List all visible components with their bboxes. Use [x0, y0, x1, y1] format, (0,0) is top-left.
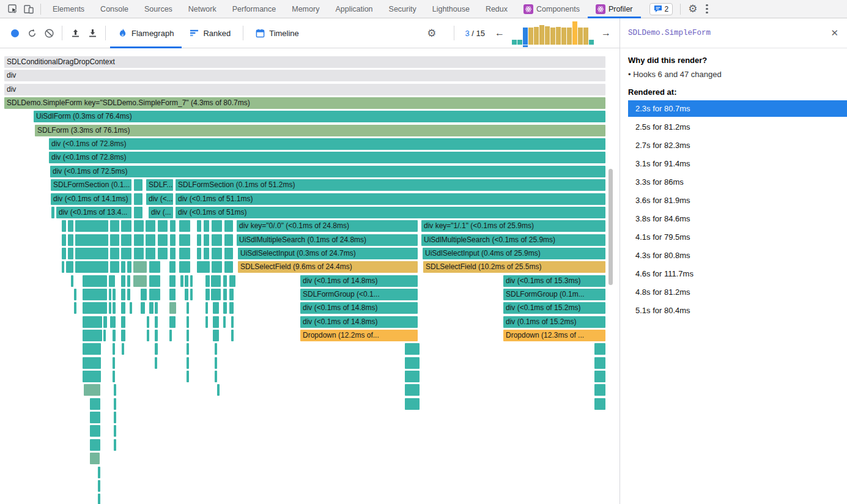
- flame-bar-sliver[interactable]: [187, 316, 189, 328]
- flame-bar-sliver[interactable]: [594, 398, 605, 410]
- commit-bar-2[interactable]: [517, 40, 522, 45]
- flame-bar-sliver[interactable]: [75, 220, 108, 232]
- view-tab-timeline[interactable]: Timeline: [248, 18, 307, 48]
- view-tab-ranked[interactable]: Ranked: [182, 18, 239, 48]
- flame-bar-sliver[interactable]: [205, 275, 210, 287]
- flame-bar-sliver[interactable]: [109, 275, 115, 287]
- flame-bar[interactable]: div (<0.1ms of 14.8ms): [300, 275, 418, 287]
- clear-profile-button[interactable]: [40, 24, 57, 42]
- flame-bar-sliver[interactable]: [83, 371, 101, 382]
- flame-bar-sliver[interactable]: [147, 330, 149, 341]
- flame-bar[interactable]: Dropdown (12.3ms of ...: [503, 330, 605, 341]
- flame-bar-sliver[interactable]: [141, 302, 145, 314]
- flame-bar-sliver[interactable]: [66, 261, 73, 273]
- flame-bar-sliver[interactable]: [213, 316, 219, 328]
- inspect-element-icon[interactable]: [5, 2, 21, 17]
- flame-bar-sliver[interactable]: [62, 261, 64, 273]
- flame-bar-sliver[interactable]: [83, 275, 107, 287]
- commit-selector-chart[interactable]: [512, 19, 594, 47]
- flame-bar-sliver[interactable]: [147, 316, 149, 328]
- flame-bar-sliver[interactable]: [405, 371, 420, 382]
- flame-bar-sliver[interactable]: [594, 343, 605, 355]
- commit-bar-3[interactable]: [523, 28, 528, 45]
- flame-bar-sliver[interactable]: [83, 302, 107, 314]
- tab-components[interactable]: Components: [516, 0, 588, 18]
- flame-bar-sliver[interactable]: [405, 384, 420, 396]
- flame-bar-sliver[interactable]: [158, 220, 168, 232]
- flame-bar-sliver[interactable]: [109, 289, 111, 300]
- flame-bar-sliver[interactable]: [74, 302, 76, 314]
- tab-redux[interactable]: Redux: [478, 0, 516, 18]
- flame-bar-sliver[interactable]: [71, 275, 73, 287]
- flame-bar-sliver[interactable]: [130, 302, 132, 314]
- flame-bar-sliver[interactable]: [187, 357, 189, 369]
- save-profile-button[interactable]: [84, 24, 101, 42]
- flame-bar-sliver[interactable]: [121, 234, 131, 246]
- flame-bar-sliver[interactable]: [155, 316, 158, 328]
- flame-bar[interactable]: SDLFormSection (0.1...: [51, 179, 131, 191]
- rendered-at-item[interactable]: 2.7s for 82.3ms: [628, 137, 847, 154]
- flame-bar-sliver[interactable]: [155, 330, 158, 341]
- rendered-at-item[interactable]: 4.6s for 111.7ms: [628, 265, 847, 282]
- flame-bar-sliver[interactable]: [134, 220, 144, 232]
- rendered-at-item[interactable]: 4.3s for 80.8ms: [628, 247, 847, 264]
- flame-bar-sliver[interactable]: [155, 302, 158, 314]
- rendered-at-item[interactable]: 4.1s for 79.5ms: [628, 229, 847, 245]
- flame-bar-sliver[interactable]: [134, 248, 144, 259]
- flame-bar-sliver[interactable]: [169, 302, 176, 314]
- flame-bar[interactable]: SDLF...: [146, 179, 173, 191]
- flame-bar-sliver[interactable]: [197, 261, 210, 273]
- flame-bar-sliver[interactable]: [98, 494, 100, 504]
- flame-bar-sliver[interactable]: [169, 316, 176, 328]
- flame-bar-sliver[interactable]: [158, 248, 168, 259]
- flame-bar-sliver[interactable]: [134, 193, 142, 205]
- flame-bar-sliver[interactable]: [149, 261, 160, 273]
- flame-bar-sliver[interactable]: [121, 248, 131, 259]
- flame-bar-sliver[interactable]: [180, 275, 183, 287]
- flame-bar-sliver[interactable]: [90, 425, 100, 437]
- flame-bar-sliver[interactable]: [229, 289, 234, 300]
- flame-bar-sliver[interactable]: [134, 207, 142, 218]
- flame-bar-sliver[interactable]: [121, 275, 125, 287]
- flame-bar-sliver[interactable]: [146, 234, 155, 246]
- flame-bar-sliver[interactable]: [121, 289, 125, 300]
- flame-bar[interactable]: SDLConditionalDragDropContext: [4, 56, 605, 68]
- issues-badge[interactable]: 2: [649, 3, 673, 15]
- flame-bar-sliver[interactable]: [134, 179, 142, 191]
- flame-bar-sliver[interactable]: [110, 248, 119, 259]
- rendered-at-item[interactable]: 2.3s for 80.7ms: [628, 100, 847, 117]
- flame-bar-sliver[interactable]: [594, 371, 605, 382]
- commit-bar-5[interactable]: [534, 27, 539, 45]
- flame-bar[interactable]: div (<0.1ms of 14.1ms): [51, 193, 131, 205]
- flame-bar[interactable]: div (<0.1ms of 72.5ms): [50, 166, 605, 177]
- flame-bar[interactable]: div key="1/.1" (<0.1ms of 25.9ms): [421, 220, 605, 232]
- flame-bar-sliver[interactable]: [109, 302, 111, 314]
- flame-bar-sliver[interactable]: [212, 234, 222, 246]
- tab-console[interactable]: Console: [92, 0, 136, 18]
- commit-bar-14[interactable]: [583, 28, 588, 45]
- flame-bar-sliver[interactable]: [212, 261, 222, 273]
- flame-bar-sliver[interactable]: [211, 275, 221, 287]
- flame-bar-sliver[interactable]: [217, 384, 220, 396]
- rendered-at-item[interactable]: 3.6s for 81.9ms: [628, 192, 847, 209]
- flame-bar-sliver[interactable]: [204, 248, 209, 259]
- flame-bar-sliver[interactable]: [170, 220, 176, 232]
- flame-bar[interactable]: UiSdlMultipleSearch (<0.1ms of 25.9ms): [421, 234, 605, 246]
- flame-bar-sliver[interactable]: [158, 234, 168, 246]
- commit-bar-10[interactable]: [561, 28, 566, 45]
- flame-bar-sliver[interactable]: [223, 289, 227, 300]
- flame-bar-sliver[interactable]: [212, 220, 222, 232]
- flame-bar-sliver[interactable]: [134, 234, 144, 246]
- flame-bar-sliver[interactable]: [224, 234, 233, 246]
- devtools-menu-kebab-icon[interactable]: [701, 4, 716, 14]
- flame-bar-sliver[interactable]: [83, 316, 102, 328]
- close-panel-icon[interactable]: ✕: [830, 28, 838, 39]
- flame-bar-sliver[interactable]: [190, 275, 193, 287]
- flame-bar[interactable]: div (<0.1ms of 51ms): [176, 207, 605, 218]
- flame-bar-sliver[interactable]: [83, 289, 107, 300]
- flame-bar-sliver[interactable]: [169, 330, 172, 341]
- flame-bar-sliver[interactable]: [98, 480, 100, 492]
- flame-bar-sliver[interactable]: [121, 220, 131, 232]
- flame-bar[interactable]: div (<0.1ms of 51.1ms): [176, 193, 605, 205]
- flame-bar-sliver[interactable]: [114, 384, 116, 396]
